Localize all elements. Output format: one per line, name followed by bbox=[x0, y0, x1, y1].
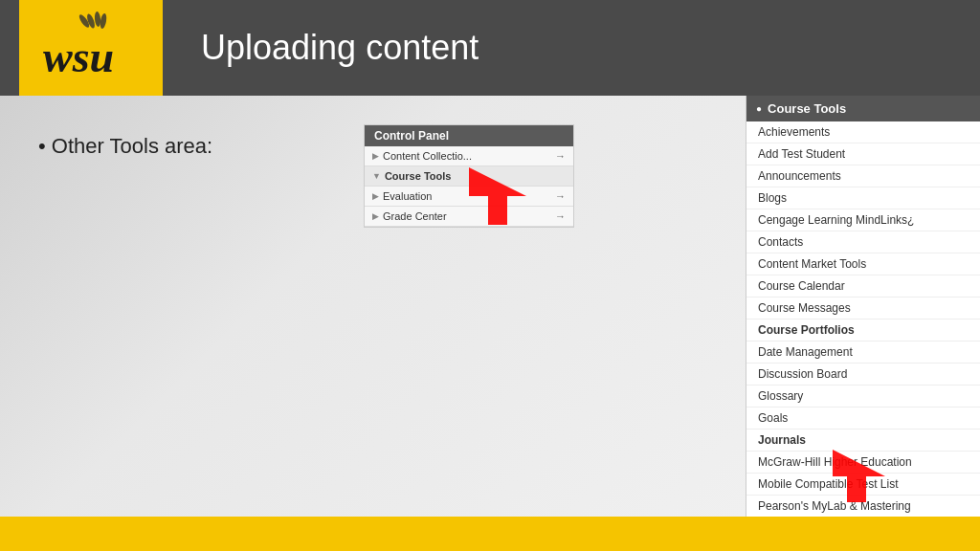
header-bullet-icon: ● bbox=[756, 103, 762, 114]
course-tools-item[interactable]: Content Market Tools bbox=[746, 253, 980, 276]
cp-row-content-collection: ▶ Content Collectio... → bbox=[365, 146, 573, 166]
cp-expand-icon-3: ▶ bbox=[372, 191, 379, 201]
slide-area: • Other Tools area: Control Panel ▶ Cont… bbox=[0, 96, 746, 517]
logo-area: wsu bbox=[19, 0, 163, 96]
cp-arrow-icon-3: → bbox=[555, 210, 566, 222]
footer-bar bbox=[0, 517, 980, 551]
course-tools-item[interactable]: McGraw-Hill Higher Education bbox=[746, 452, 980, 474]
course-tools-item[interactable]: Achievements bbox=[746, 121, 980, 143]
cp-row-label: Content Collectio... bbox=[383, 150, 472, 162]
course-tools-item[interactable]: Pearson's MyLab & Mastering bbox=[746, 496, 980, 517]
cp-arrow-icon: → bbox=[555, 150, 566, 162]
course-tools-item[interactable]: Mobile Compatible Test List bbox=[746, 474, 980, 496]
header: wsu Uploading content bbox=[0, 0, 980, 96]
page-title: Uploading content bbox=[201, 28, 479, 68]
course-tools-item[interactable]: Journals bbox=[746, 430, 980, 452]
cp-arrow-icon-2: → bbox=[555, 190, 566, 202]
course-tools-item[interactable]: Goals bbox=[746, 408, 980, 430]
course-tools-item[interactable]: Course Messages bbox=[746, 298, 980, 320]
course-tools-item[interactable]: Glossary bbox=[746, 386, 980, 408]
svg-text:wsu: wsu bbox=[43, 33, 114, 81]
cp-row-course-tools-label: Course Tools bbox=[385, 170, 451, 182]
red-arrow-icon bbox=[469, 167, 555, 225]
course-tools-list: AchievementsAdd Test StudentAnnouncement… bbox=[746, 121, 980, 517]
cp-expand-icon: ▶ bbox=[372, 151, 379, 161]
wsu-logo-icon: wsu bbox=[29, 10, 153, 86]
course-tools-item[interactable]: Cengage Learning MindLinks¿ bbox=[746, 209, 980, 231]
course-tools-header-label: Course Tools bbox=[768, 101, 846, 116]
course-tools-item[interactable]: Contacts bbox=[746, 231, 980, 253]
course-tools-item[interactable]: Date Management bbox=[746, 342, 980, 364]
cp-expand-icon-2: ▼ bbox=[372, 171, 381, 181]
cp-header-label: Control Panel bbox=[374, 129, 449, 143]
cp-expand-icon-4: ▶ bbox=[372, 211, 379, 221]
cp-row-evaluation-label: Evaluation bbox=[383, 190, 432, 202]
course-tools-item[interactable]: Discussion Board bbox=[746, 364, 980, 386]
course-tools-item[interactable]: Announcements bbox=[746, 165, 980, 187]
course-tools-item[interactable]: Add Test Student bbox=[746, 143, 980, 165]
course-tools-panel[interactable]: ● Course Tools AchievementsAdd Test Stud… bbox=[746, 96, 980, 517]
course-tools-item[interactable]: Course Portfolios bbox=[746, 320, 980, 342]
svg-point-1 bbox=[94, 11, 100, 27]
course-tools-item[interactable]: Blogs bbox=[746, 187, 980, 209]
course-tools-item[interactable]: Course Calendar bbox=[746, 276, 980, 298]
red-arrow-annotation bbox=[469, 167, 555, 229]
cp-header: Control Panel bbox=[365, 125, 573, 146]
cp-row-grade-center-label: Grade Center bbox=[383, 210, 447, 222]
svg-marker-5 bbox=[469, 167, 526, 225]
course-tools-header: ● Course Tools bbox=[746, 96, 980, 121]
main-content: • Other Tools area: Control Panel ▶ Cont… bbox=[0, 96, 980, 517]
